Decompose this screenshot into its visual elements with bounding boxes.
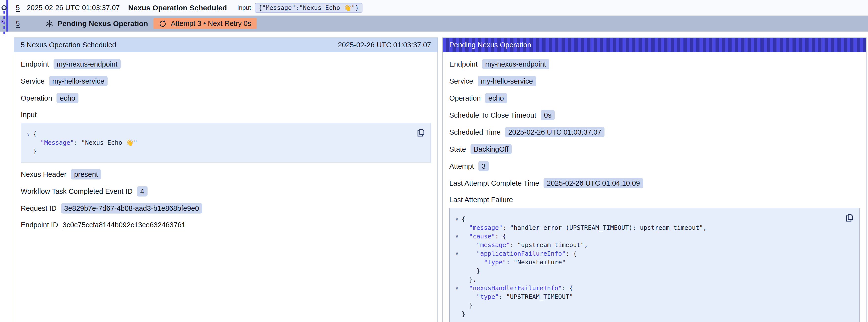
input-preview-pill: {"Message":"Nexus Echo 👋"} (255, 3, 362, 12)
field-row: Request ID3e829b7e-7d67-4b08-aad3-b1e868… (21, 203, 431, 214)
field-row: Operationecho (21, 93, 431, 103)
input-json-block: ∨{ "Message": "Nexus Echo 👋"} (21, 123, 431, 162)
retry-badge-text: Attempt 3 • Next Retry 0s (171, 20, 251, 28)
field-label: Last Attempt Complete Time (449, 179, 539, 188)
event-row-scheduled[interactable]: 5 2025-02-26 UTC 01:03:37.07 Nexus Opera… (0, 0, 868, 15)
code-line: }, (452, 275, 842, 284)
timeline-dashed-connector (3, 11, 5, 37)
field-label: Service (21, 76, 45, 86)
field-row: Workflow Task Completed Event ID4 (21, 186, 431, 196)
event-timestamp: 2025-02-26 UTC 01:03:37.07 (27, 4, 120, 12)
code-line: "message": "upstream timeout", (452, 240, 842, 249)
retry-status-badge: Attempt 3 • Next Retry 0s (153, 18, 257, 29)
field-label: Operation (21, 93, 52, 103)
field-value-chip: present (71, 169, 101, 180)
code-text: "type": "UPSTREAM_TIMEOUT" (462, 292, 573, 301)
collapse-chevron-icon[interactable]: ∨ (452, 249, 462, 258)
field-value-chip: my-hello-service (478, 76, 536, 86)
field-row: Operationecho (449, 93, 860, 103)
pending-fields: Endpointmy-nexus-endpointServicemy-hello… (449, 59, 860, 188)
scheduled-event-panel: 5 Nexus Operation Scheduled 2025-02-26 U… (14, 37, 438, 322)
event-title: Nexus Operation Scheduled (128, 4, 227, 12)
timeline-pending-dot-icon (1, 20, 5, 24)
field-value-chip: my-nexus-endpoint (54, 59, 121, 69)
event-history-rows: 5 2025-02-26 UTC 01:03:37.07 Nexus Opera… (0, 0, 868, 32)
collapse-chevron-icon[interactable]: ∨ (452, 215, 462, 223)
code-line: } (452, 310, 842, 318)
field-row: Schedule To Close Timeout0s (449, 110, 860, 120)
code-line: ∨ "nexusHandlerFailureInfo": { (452, 284, 842, 292)
code-line: "type": "NexusFailure" (452, 258, 842, 266)
pending-operation-panel: Pending Nexus Operation Endpointmy-nexus… (442, 37, 867, 322)
code-text: "applicationFailureInfo": { (462, 249, 577, 258)
scheduled-panel-timestamp: 2025-02-26 UTC 01:03:37.07 (338, 41, 431, 49)
field-value-chip: echo (57, 93, 79, 103)
field-row: Scheduled Time2025-02-26 UTC 01:03:37.07 (449, 127, 860, 137)
pending-panel-header: Pending Nexus Operation (443, 38, 866, 52)
field-label: Request ID (21, 204, 57, 213)
timeline-event-circle-icon (1, 5, 7, 10)
retry-icon (159, 20, 167, 28)
field-value-chip: 2025-02-26 UTC 01:04:10.09 (544, 178, 643, 188)
code-line: "type": "UPSTREAM_TIMEOUT" (452, 292, 842, 301)
timeline-active-bar (6, 0, 8, 32)
detail-panels: 5 Nexus Operation Scheduled 2025-02-26 U… (14, 37, 867, 322)
code-text: } (462, 310, 465, 318)
field-row: Servicemy-hello-service (21, 76, 431, 86)
code-gutter (24, 147, 33, 156)
field-row: Nexus Headerpresent (21, 169, 431, 180)
code-gutter (452, 223, 462, 232)
scheduled-panel-header: 5 Nexus Operation Scheduled 2025-02-26 U… (14, 38, 437, 52)
code-line: ∨{ (452, 215, 842, 223)
field-row: Endpointmy-nexus-endpoint (449, 59, 860, 69)
code-line: } (452, 266, 842, 275)
code-text: "nexusHandlerFailureInfo": { (462, 284, 573, 292)
pending-row-title: Pending Nexus Operation (58, 20, 148, 28)
endpoint-id-label: Endpoint ID (21, 220, 58, 229)
field-label: Nexus Header (21, 170, 66, 179)
code-text: } (33, 147, 37, 156)
field-value-chip: echo (485, 93, 507, 103)
code-line: "Message": "Nexus Echo 👋" (24, 138, 413, 147)
field-row: Endpointmy-nexus-endpoint (21, 59, 431, 69)
endpoint-id-field: Endpoint ID 3c0c75ccfa8144b092c13ce63246… (21, 220, 431, 229)
scheduled-panel-title: 5 Nexus Operation Scheduled (21, 41, 116, 49)
code-line: } (452, 301, 842, 310)
field-value-chip: 2025-02-26 UTC 01:03:37.07 (505, 127, 604, 137)
code-gutter (452, 266, 462, 275)
input-inline-label: Input (237, 4, 251, 11)
field-label: Schedule To Close Timeout (449, 110, 536, 120)
event-row-pending[interactable]: 5 Pending Nexus Operation Attempt 3 • Ne… (0, 15, 868, 32)
endpoint-id-link[interactable]: 3c0c75ccfa8144b092c13ce632463761 (63, 220, 186, 229)
code-text: } (462, 266, 480, 275)
field-label: Attempt (449, 161, 474, 171)
code-gutter (24, 138, 33, 147)
field-value-chip: 3e829b7e-7d67-4b08-aad3-b1e868bfe9e0 (61, 203, 202, 214)
code-text: { (33, 130, 37, 138)
field-label: Service (449, 76, 473, 86)
copy-icon[interactable] (844, 212, 855, 224)
field-value-chip: 0s (541, 110, 555, 120)
field-label: State (449, 144, 466, 154)
collapse-chevron-icon[interactable]: ∨ (452, 284, 462, 292)
event-id-link[interactable]: 5 (16, 4, 20, 12)
copy-icon[interactable] (415, 127, 427, 138)
field-value-chip: BackingOff (470, 144, 512, 154)
pending-panel-title: Pending Nexus Operation (449, 41, 531, 49)
failure-json-block: ∨{ "message": "handler error (UPSTREAM_T… (449, 208, 860, 322)
code-line: ∨ "cause": { (452, 232, 842, 240)
field-label: Operation (449, 93, 480, 103)
collapse-chevron-icon[interactable]: ∨ (452, 232, 462, 240)
field-row: Attempt3 (449, 161, 860, 171)
field-value-chip: 4 (137, 186, 147, 196)
field-label: Endpoint (21, 59, 49, 69)
code-text: }, (462, 275, 476, 284)
pending-event-id-link[interactable]: 5 (16, 20, 20, 28)
field-label: Scheduled Time (449, 127, 501, 137)
code-line: ∨ "applicationFailureInfo": { (452, 249, 842, 258)
field-row: Servicemy-hello-service (449, 76, 860, 86)
field-label: Workflow Task Completed Event ID (21, 187, 132, 196)
code-gutter (452, 258, 462, 266)
code-gutter (452, 240, 462, 249)
collapse-chevron-icon[interactable]: ∨ (24, 130, 33, 138)
